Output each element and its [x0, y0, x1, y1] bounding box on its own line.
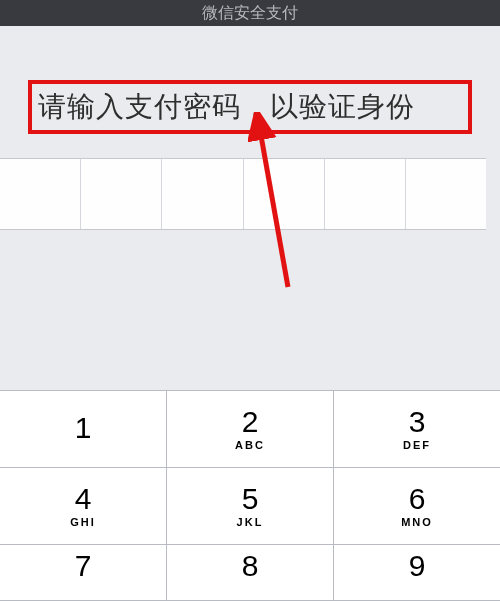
- key-subtext: MNO: [401, 516, 433, 528]
- key-6[interactable]: 6 MNO: [334, 468, 500, 545]
- header-title: 微信安全支付: [202, 3, 298, 24]
- pin-cell: [162, 159, 243, 229]
- prompt-text: 请输入支付密码，以验证身份: [38, 91, 415, 122]
- key-7[interactable]: 7: [0, 545, 167, 601]
- key-row: 4 GHI 5 JKL 6 MNO: [0, 468, 500, 545]
- key-subtext: ABC: [235, 439, 265, 451]
- prompt-area: 请输入支付密码，以验证身份: [0, 26, 500, 134]
- key-4[interactable]: 4 GHI: [0, 468, 167, 545]
- key-number: 9: [409, 551, 426, 581]
- numeric-keypad: 1 2 ABC 3 DEF 4 GHI 5 JKL 6 MNO 7 8: [0, 390, 500, 601]
- key-9[interactable]: 9: [334, 545, 500, 601]
- key-number: 6: [409, 484, 426, 514]
- key-subtext: GHI: [70, 516, 96, 528]
- key-number: 2: [242, 407, 259, 437]
- key-3[interactable]: 3 DEF: [334, 391, 500, 468]
- key-row: 7 8 9: [0, 545, 500, 601]
- pin-cell: [406, 159, 486, 229]
- header-bar: 微信安全支付: [0, 0, 500, 26]
- key-8[interactable]: 8: [167, 545, 334, 601]
- key-row: 1 2 ABC 3 DEF: [0, 391, 500, 468]
- pin-cell: [325, 159, 406, 229]
- pin-cell: [81, 159, 162, 229]
- key-number: 8: [242, 551, 259, 581]
- key-number: 7: [75, 551, 92, 581]
- key-number: 1: [75, 413, 92, 443]
- prompt-highlight-box: 请输入支付密码，以验证身份: [28, 80, 472, 134]
- key-5[interactable]: 5 JKL: [167, 468, 334, 545]
- pin-input[interactable]: [0, 158, 486, 230]
- key-subtext: DEF: [403, 439, 431, 451]
- key-number: 3: [409, 407, 426, 437]
- pin-cell: [244, 159, 325, 229]
- key-subtext: JKL: [237, 516, 264, 528]
- key-1[interactable]: 1: [0, 391, 167, 468]
- key-number: 4: [75, 484, 92, 514]
- pin-cell: [0, 159, 81, 229]
- key-2[interactable]: 2 ABC: [167, 391, 334, 468]
- key-number: 5: [242, 484, 259, 514]
